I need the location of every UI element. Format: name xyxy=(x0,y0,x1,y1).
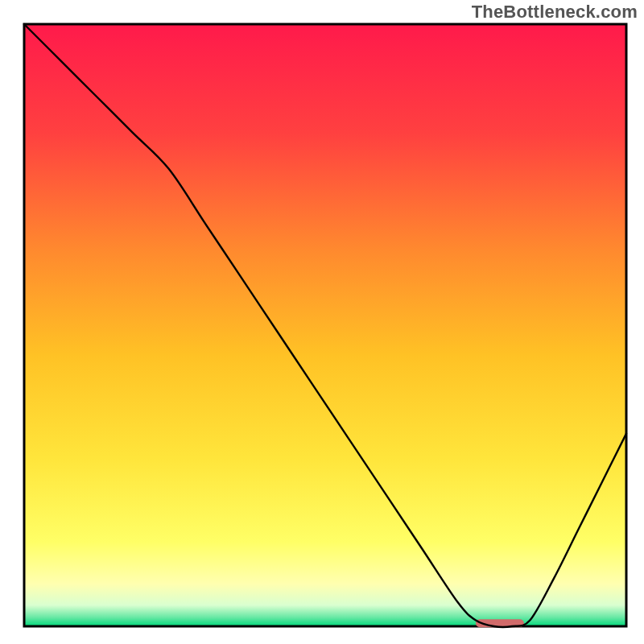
bottleneck-chart: TheBottleneck.com xyxy=(0,0,644,644)
watermark-text: TheBottleneck.com xyxy=(472,2,638,23)
chart-canvas xyxy=(0,0,644,644)
